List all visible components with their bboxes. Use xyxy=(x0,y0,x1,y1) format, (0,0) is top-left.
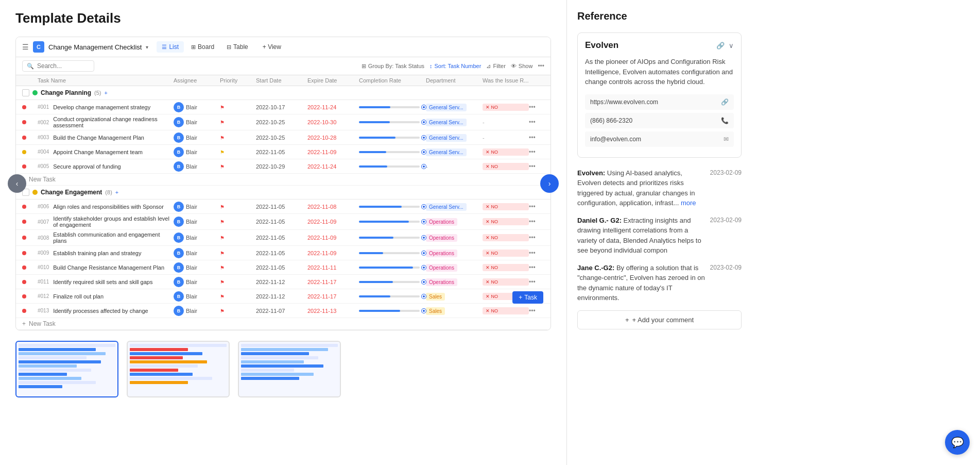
assignee-name: Blair xyxy=(186,163,197,170)
row-more-button[interactable]: ••• xyxy=(529,218,544,225)
company-link-icon[interactable]: 🔗 xyxy=(716,42,725,49)
sidebar-toggle-icon[interactable]: ☰ xyxy=(22,43,29,51)
section-checkbox[interactable] xyxy=(22,89,29,96)
email-icon[interactable]: ✉ xyxy=(724,136,729,143)
filter-icon: ⊿ xyxy=(486,63,491,70)
start-date: 2022-10-29 xyxy=(256,163,307,170)
thumbnail-1[interactable] xyxy=(15,341,118,397)
table-row[interactable]: #009 Establish training plan and strateg… xyxy=(16,246,551,260)
contact-phone: (866) 866-2320 📞 xyxy=(585,113,734,128)
task-id: #004 xyxy=(38,149,49,155)
progress-bar xyxy=(359,251,426,255)
task-priority-dot xyxy=(22,150,26,154)
collapse-icon[interactable]: ∨ xyxy=(729,42,734,49)
progress-dot xyxy=(422,120,426,124)
table-row[interactable]: #002 Conduct organizational change readi… xyxy=(16,114,551,130)
dept-badge: Operations xyxy=(426,250,457,257)
section2-tasks: #006 Align roles and responsibilities wi… xyxy=(16,200,551,318)
priority-flag: ⚑ xyxy=(220,235,225,241)
table-row[interactable]: #013 Identify processes affected by chan… xyxy=(16,304,551,318)
review-item-1: Evolven: Using AI-based analytics, Evolv… xyxy=(577,168,742,208)
review-section: Evolven: Using AI-based analytics, Evolv… xyxy=(577,168,742,303)
table-row[interactable]: #012 Finalize roll out plan B Blair ⚑ 20… xyxy=(16,289,551,304)
list-icon: ☰ xyxy=(162,44,167,51)
start-date: 2022-11-05 xyxy=(256,219,307,225)
filter-button[interactable]: ⊿ Filter xyxy=(486,63,505,70)
row-more-button[interactable]: ••• xyxy=(529,119,544,126)
issue-badge: ✕ NO xyxy=(483,163,529,170)
page-title: Template Details xyxy=(15,10,551,26)
task-name-cell: #003 Build the Change Management Plan xyxy=(38,135,174,141)
table-row[interactable]: #001 Develop change management strategy … xyxy=(16,100,551,114)
nav-prev-button[interactable]: ‹ xyxy=(8,174,26,193)
table-row[interactable]: #006 Align roles and responsibilities wi… xyxy=(16,200,551,214)
table-row[interactable]: #005 Secure approval of funding B Blair … xyxy=(16,159,551,174)
section-color-dot-2 xyxy=(32,190,38,195)
add-comment-button[interactable]: + + Add your comment xyxy=(577,310,742,329)
table-row[interactable]: #007 Identify stakeholder groups and est… xyxy=(16,214,551,230)
task-name: Identify stakeholder groups and establis… xyxy=(53,215,174,228)
progress-dot xyxy=(422,251,426,255)
add-view-button[interactable]: + View xyxy=(257,41,286,53)
tab-list[interactable]: ☰ List xyxy=(157,41,184,53)
table-row[interactable]: #011 Identify required skill sets and sk… xyxy=(16,275,551,289)
assignee-name: Blair xyxy=(186,293,197,300)
task-name: Appoint Change Management team xyxy=(53,149,143,155)
nav-next-button[interactable]: › xyxy=(540,174,559,193)
section-count: (5) xyxy=(94,90,101,96)
app-name-dropdown-icon[interactable]: ▾ xyxy=(146,44,148,50)
search-input[interactable] xyxy=(37,62,90,70)
add-task-button[interactable]: + Task xyxy=(512,291,543,304)
website-link-icon[interactable]: 🔗 xyxy=(721,98,729,106)
expire-date: 2022-11-13 xyxy=(307,308,359,314)
phone-icon[interactable]: 📞 xyxy=(721,117,729,124)
right-panel: Reference Evolven 🔗 ∨ As the pioneer of … xyxy=(566,0,752,465)
new-task-row-1[interactable]: + New Task xyxy=(16,174,551,186)
assignee-avatar: B xyxy=(174,291,184,302)
row-more-button[interactable]: ••• xyxy=(529,104,544,111)
task-priority-dot xyxy=(22,136,26,140)
table-row[interactable]: #008 Establish communication and engagem… xyxy=(16,230,551,246)
review-date-3: 2023-02-09 xyxy=(710,264,742,271)
assignee-avatar: B xyxy=(174,306,184,316)
priority-flag: ⚑ xyxy=(220,251,225,256)
row-more-button[interactable]: ••• xyxy=(529,234,544,241)
row-more-button[interactable]: ••• xyxy=(529,148,544,156)
group-by-button[interactable]: ⊞ Group By: Task Status xyxy=(362,63,424,70)
more-options-button[interactable]: ••• xyxy=(538,62,544,70)
website-value: https://www.evolven.com xyxy=(590,98,658,106)
plus-icon-2: + xyxy=(22,320,26,327)
row-more-button[interactable]: ••• xyxy=(529,264,544,271)
row-more-button[interactable]: ••• xyxy=(529,203,544,210)
section-add-button-2[interactable]: + xyxy=(115,189,118,195)
section-add-button[interactable]: + xyxy=(104,90,107,96)
task-name-cell: #006 Align roles and responsibilities wi… xyxy=(38,204,174,210)
task-name: Establish communication and engagement p… xyxy=(53,231,174,244)
chat-bubble-button[interactable]: 💬 xyxy=(945,430,970,455)
assignee-name: Blair xyxy=(186,204,197,210)
row-more-button[interactable]: ••• xyxy=(529,250,544,257)
more-link-1[interactable]: more xyxy=(681,199,696,207)
progress-dot xyxy=(422,294,426,298)
table-row[interactable]: #010 Build Change Resistance Management … xyxy=(16,260,551,275)
issue-badge: ✕ NO xyxy=(483,264,529,271)
tab-board[interactable]: ⊞ Board xyxy=(186,41,219,53)
tab-table[interactable]: ⊟ Table xyxy=(221,41,253,53)
search-box[interactable]: 🔍 xyxy=(22,60,94,72)
expire-date: 2022-10-28 xyxy=(307,135,359,141)
table-row[interactable]: #003 Build the Change Management Plan B … xyxy=(16,130,551,145)
table-row[interactable]: #004 Appoint Change Management team B Bl… xyxy=(16,145,551,159)
progress-bar xyxy=(359,294,426,298)
issue-badge: ✕ NO xyxy=(483,250,529,257)
show-button[interactable]: 👁 Show xyxy=(511,63,533,69)
row-more-button[interactable]: ••• xyxy=(529,307,544,314)
row-more-button[interactable]: ••• xyxy=(529,134,544,141)
row-more-button[interactable]: ••• xyxy=(529,278,544,286)
thumbnail-3[interactable] xyxy=(238,341,341,397)
thumbnail-2[interactable] xyxy=(127,341,230,397)
company-name: Evolven xyxy=(585,40,618,51)
row-more-button[interactable]: ••• xyxy=(529,163,544,170)
sort-button[interactable]: ↕ Sort: Task Number xyxy=(429,63,481,69)
section-name: Change Planning xyxy=(41,89,91,96)
new-task-row-2[interactable]: + New Task xyxy=(16,318,551,330)
